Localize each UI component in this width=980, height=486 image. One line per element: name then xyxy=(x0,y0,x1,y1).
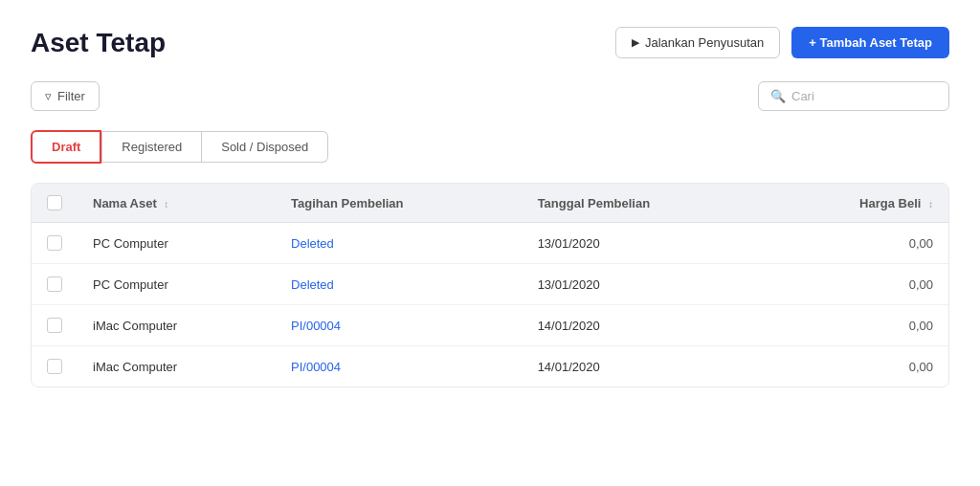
cell-tanggal: 13/01/2020 xyxy=(523,223,769,264)
table-header-row: Nama Aset ↕ Tagihan Pembelian Tanggal Pe… xyxy=(32,184,948,223)
cell-nama-aset: iMac Computer xyxy=(78,346,276,387)
asset-table-container: Nama Aset ↕ Tagihan Pembelian Tanggal Pe… xyxy=(31,183,949,387)
row-checkbox[interactable] xyxy=(47,235,62,251)
table-row: PC ComputerDeleted13/01/20200,00 xyxy=(32,223,948,264)
filter-icon: ▿ xyxy=(45,89,52,103)
table-row: iMac ComputerPI/0000414/01/20200,00 xyxy=(32,305,948,346)
row-checkbox-cell xyxy=(32,346,78,387)
row-checkbox-cell xyxy=(32,305,78,346)
page-title: Aset Tetap xyxy=(31,28,166,58)
cell-harga: 0,00 xyxy=(768,346,948,387)
cell-harga: 0,00 xyxy=(768,264,948,305)
tab-registered[interactable]: Registered xyxy=(101,131,202,163)
cell-nama-aset: PC Computer xyxy=(78,264,276,305)
tab-draft[interactable]: Draft xyxy=(31,130,101,164)
cell-tagihan: Deleted xyxy=(276,264,523,305)
header-nama-aset: Nama Aset ↕ xyxy=(78,184,276,223)
search-icon: 🔍 xyxy=(770,89,786,103)
page-header: Aset Tetap ▶ Jalankan Penyusutan + Tamba… xyxy=(31,27,949,58)
cell-tanggal: 14/01/2020 xyxy=(523,305,769,346)
header-actions: ▶ Jalankan Penyusutan + Tambah Aset Teta… xyxy=(615,27,949,58)
table-row: PC ComputerDeleted13/01/20200,00 xyxy=(32,264,948,305)
cell-tanggal: 14/01/2020 xyxy=(523,346,769,387)
header-tagihan: Tagihan Pembelian xyxy=(276,184,523,223)
cell-harga: 0,00 xyxy=(768,223,948,264)
select-all-checkbox[interactable] xyxy=(47,195,62,210)
sort-harga-icon[interactable]: ↕ xyxy=(928,199,933,210)
tab-bar: Draft Registered Sold / Disposed xyxy=(31,130,949,164)
depreciation-button[interactable]: ▶ Jalankan Penyusutan xyxy=(615,27,780,58)
row-checkbox[interactable] xyxy=(47,359,62,374)
tab-sold[interactable]: Sold / Disposed xyxy=(202,131,328,163)
row-checkbox[interactable] xyxy=(47,318,62,333)
row-checkbox[interactable] xyxy=(47,276,62,292)
tab-draft-label: Draft xyxy=(52,140,80,154)
row-checkbox-cell xyxy=(32,264,78,305)
table-body: PC ComputerDeleted13/01/20200,00PC Compu… xyxy=(32,223,948,387)
cell-harga: 0,00 xyxy=(768,305,948,346)
toolbar: ▿ Filter 🔍 xyxy=(31,81,949,111)
table-row: iMac ComputerPI/0000414/01/20200,00 xyxy=(32,346,948,387)
add-asset-label: + Tambah Aset Tetap xyxy=(809,35,932,50)
cell-tagihan[interactable]: PI/00004 xyxy=(276,305,523,346)
add-asset-button[interactable]: + Tambah Aset Tetap xyxy=(791,27,949,58)
filter-button[interactable]: ▿ Filter xyxy=(31,81,100,111)
tab-registered-label: Registered xyxy=(122,140,182,154)
depreciation-label: Jalankan Penyusutan xyxy=(645,35,764,50)
cell-tagihan: Deleted xyxy=(276,223,523,264)
search-box: 🔍 xyxy=(758,81,949,111)
filter-label: Filter xyxy=(57,89,85,103)
tab-sold-label: Sold / Disposed xyxy=(221,140,308,154)
cell-nama-aset: iMac Computer xyxy=(78,305,276,346)
cell-nama-aset: PC Computer xyxy=(78,223,276,264)
header-harga: Harga Beli ↕ xyxy=(768,184,948,223)
search-input[interactable] xyxy=(791,89,937,103)
play-icon: ▶ xyxy=(632,36,639,49)
header-checkbox-cell xyxy=(32,184,78,223)
page-wrapper: Aset Tetap ▶ Jalankan Penyusutan + Tamba… xyxy=(0,0,980,486)
row-checkbox-cell xyxy=(32,223,78,264)
cell-tanggal: 13/01/2020 xyxy=(523,264,769,305)
cell-tagihan[interactable]: PI/00004 xyxy=(276,346,523,387)
sort-nama-icon[interactable]: ↕ xyxy=(164,199,168,210)
header-tanggal: Tanggal Pembelian xyxy=(523,184,769,223)
asset-table: Nama Aset ↕ Tagihan Pembelian Tanggal Pe… xyxy=(32,184,948,387)
